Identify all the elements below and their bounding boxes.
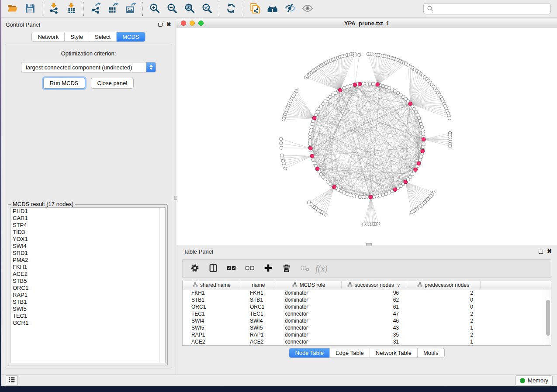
open-button[interactable] bbox=[4, 1, 21, 16]
network-node[interactable] bbox=[422, 145, 425, 149]
network-canvas[interactable] bbox=[176, 28, 557, 245]
network-node[interactable] bbox=[384, 85, 388, 89]
network-node[interactable] bbox=[352, 194, 356, 197]
mcds-list-scrollbar[interactable] bbox=[159, 208, 165, 363]
network-node[interactable] bbox=[420, 126, 424, 129]
mcds-list-item[interactable]: GCR1 bbox=[10, 320, 165, 327]
run-mcds-button[interactable]: Run MCDS bbox=[43, 78, 85, 89]
dominator-node[interactable] bbox=[353, 83, 357, 87]
dominator-node[interactable] bbox=[422, 138, 426, 141]
deselect-all-button[interactable] bbox=[242, 261, 258, 276]
hide-selected-button[interactable] bbox=[281, 1, 299, 16]
mcds-list-item[interactable]: CAR1 bbox=[10, 215, 165, 222]
column-header[interactable]: MCDS role bbox=[276, 281, 342, 289]
table-row[interactable]: SWI4SWI4dominator462 bbox=[183, 317, 551, 324]
network-node[interactable] bbox=[381, 84, 385, 88]
dominator-node[interactable] bbox=[404, 180, 408, 184]
zoom-fit-button[interactable] bbox=[181, 1, 198, 16]
table-row[interactable]: FKH1FKH1dominator962 bbox=[183, 289, 551, 296]
export-network-button[interactable] bbox=[87, 1, 104, 16]
export-table-button[interactable] bbox=[104, 1, 122, 16]
network-node[interactable] bbox=[359, 195, 362, 199]
network-node[interactable] bbox=[346, 85, 349, 89]
column-header[interactable]: name bbox=[241, 281, 276, 289]
mcds-list-item[interactable]: PHD1 bbox=[10, 208, 165, 215]
tab-motifs[interactable]: Motifs bbox=[417, 348, 444, 358]
mcds-list-item[interactable]: TID3 bbox=[10, 229, 165, 236]
horizontal-splitter-handle[interactable] bbox=[366, 243, 372, 246]
network-node[interactable] bbox=[308, 132, 312, 136]
network-node[interactable] bbox=[362, 82, 365, 86]
network-node[interactable] bbox=[365, 82, 369, 85]
network-node[interactable] bbox=[419, 119, 422, 123]
table-scrollbar-thumb[interactable] bbox=[546, 300, 550, 336]
network-node[interactable] bbox=[422, 142, 426, 145]
dominator-node[interactable] bbox=[421, 149, 425, 153]
mcds-list-item[interactable]: STP4 bbox=[10, 222, 165, 229]
network-node[interactable] bbox=[384, 192, 388, 196]
column-header[interactable]: successor nodes∨ bbox=[342, 281, 406, 289]
function-builder-icon[interactable]: f(x) bbox=[315, 264, 328, 274]
network-node[interactable] bbox=[372, 82, 375, 86]
import-table-button[interactable] bbox=[63, 1, 80, 16]
network-node[interactable] bbox=[307, 201, 310, 204]
dominator-node[interactable] bbox=[310, 154, 314, 158]
zoom-in-button[interactable] bbox=[146, 1, 163, 16]
dominator-node[interactable] bbox=[393, 188, 397, 192]
refresh-view-button[interactable] bbox=[222, 1, 240, 16]
mcds-list-item[interactable]: RAP1 bbox=[10, 292, 165, 299]
mcds-list-item[interactable]: ACE2 bbox=[10, 271, 165, 278]
network-node[interactable] bbox=[308, 135, 312, 139]
network-node[interactable] bbox=[378, 194, 382, 197]
network-node[interactable] bbox=[310, 126, 313, 129]
criterion-dropdown[interactable]: largest connected component (undirected) bbox=[21, 62, 156, 72]
dominator-node[interactable] bbox=[369, 195, 373, 199]
tab-select[interactable]: Select bbox=[89, 32, 116, 41]
delete-table-button-disabled[interactable] bbox=[297, 261, 313, 276]
table-row[interactable]: RAP1RAP1dominator352 bbox=[183, 331, 551, 338]
dominator-node[interactable] bbox=[315, 167, 319, 171]
float-table-panel-icon[interactable] bbox=[539, 250, 543, 254]
network-node[interactable] bbox=[358, 53, 361, 56]
vertical-splitter-handle[interactable] bbox=[174, 196, 177, 200]
table-row[interactable]: ACE2ACE2connector311 bbox=[183, 338, 551, 345]
import-network-button[interactable] bbox=[45, 1, 63, 16]
network-node[interactable] bbox=[353, 54, 356, 57]
dominator-node[interactable] bbox=[312, 116, 316, 120]
network-node[interactable] bbox=[387, 191, 391, 194]
network-node[interactable] bbox=[349, 84, 352, 88]
network-node[interactable] bbox=[419, 158, 422, 162]
network-node[interactable] bbox=[346, 192, 349, 196]
network-node[interactable] bbox=[368, 82, 372, 86]
table-scrollbar[interactable] bbox=[545, 289, 551, 345]
network-node[interactable] bbox=[417, 116, 421, 120]
mcds-list-item[interactable]: ORC1 bbox=[10, 285, 165, 292]
dominator-node[interactable] bbox=[414, 168, 418, 172]
close-panel-button[interactable]: Close panel bbox=[91, 78, 134, 89]
mcds-result-list[interactable]: PHD1CAR1STP4TID3YOX1SWI4SRD1PMA2FKH1ACE2… bbox=[10, 207, 166, 363]
network-node[interactable] bbox=[419, 155, 423, 158]
select-all-button[interactable] bbox=[224, 261, 239, 276]
zoom-selected-button[interactable] bbox=[198, 1, 216, 16]
task-history-button[interactable] bbox=[6, 375, 18, 385]
memory-button[interactable]: Memory bbox=[515, 375, 553, 385]
network-node[interactable] bbox=[313, 161, 316, 165]
network-node[interactable] bbox=[362, 223, 365, 226]
float-panel-icon[interactable] bbox=[158, 23, 163, 27]
mcds-list-item[interactable]: STB5 bbox=[10, 278, 165, 285]
tab-network[interactable]: Network bbox=[32, 32, 64, 41]
table-row[interactable]: STB1STB1dominator620 bbox=[183, 296, 551, 303]
new-network-from-selection-button[interactable] bbox=[246, 1, 264, 16]
dominator-node[interactable] bbox=[358, 82, 362, 86]
network-node[interactable] bbox=[365, 196, 369, 199]
column-header[interactable]: predecessor nodes bbox=[406, 281, 481, 289]
table-row[interactable]: SWI5SWI5connector431 bbox=[183, 324, 551, 331]
network-node[interactable] bbox=[419, 122, 423, 126]
delete-column-button[interactable] bbox=[279, 261, 294, 276]
tab-network-table[interactable]: Network Table bbox=[370, 348, 417, 358]
dominator-node[interactable] bbox=[376, 83, 380, 86]
mcds-list-item[interactable]: TEC1 bbox=[10, 313, 165, 320]
dominator-node[interactable] bbox=[308, 146, 312, 150]
add-column-button[interactable] bbox=[260, 261, 276, 276]
show-all-button[interactable] bbox=[299, 1, 316, 16]
